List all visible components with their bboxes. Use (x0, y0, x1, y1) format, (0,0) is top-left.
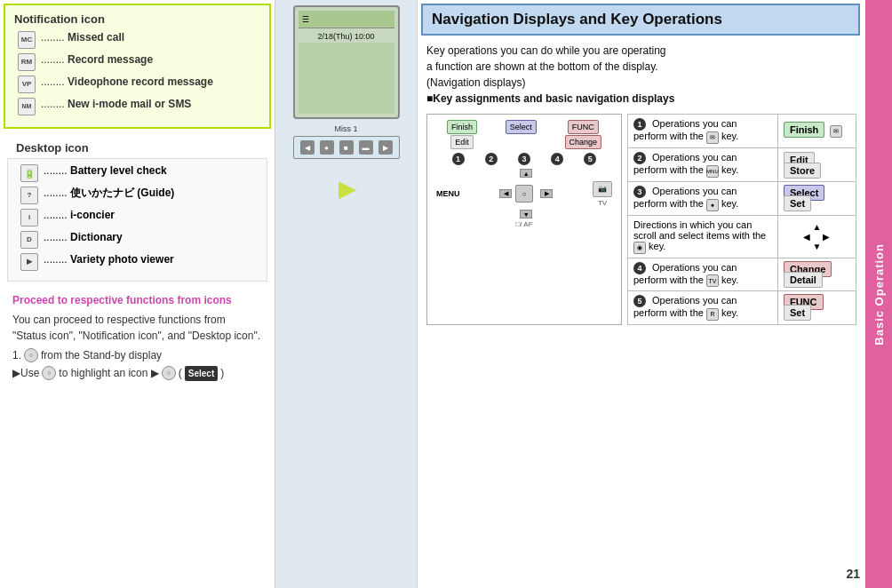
step1-line: 1. ○ from the Stand-by display (12, 347, 262, 363)
ops-desc-5: 5 Operations you can perform with the R … (628, 291, 778, 325)
camera-icon: 📷 (593, 181, 612, 197)
ops-text-3b: Directions in which you can scroll and s… (633, 219, 766, 241)
ph-icon-1: ◀ (300, 140, 315, 155)
right-panel: Navigation Displays and Key Operations K… (418, 0, 892, 588)
intro3: (Navigation displays) (426, 75, 851, 91)
key1-bottom: Edit (450, 135, 474, 149)
right-sidebar: Basic Operation (865, 0, 892, 588)
menu-label: MENU (436, 189, 460, 198)
list-item: MC ........ Missed call (14, 31, 260, 49)
desktop-icons-box: 🔋 ........ Battery level check ? .......… (7, 158, 267, 282)
notification-title: Notification icon (14, 12, 260, 26)
nav-title-bar: Navigation Displays and Key Operations (421, 4, 860, 36)
notification-list: MC ........ Missed call RM ........ Reco… (14, 31, 260, 115)
step2-icon: ○ (42, 366, 56, 380)
ops-text-3ab: key. (721, 198, 738, 209)
num4: 4 (551, 153, 563, 165)
battery-label: ........ Battery level check (44, 164, 167, 179)
dpad-left: ◀ (499, 189, 512, 198)
key1-group: Finish Edit (447, 120, 477, 149)
ops-text-1b: key. (721, 131, 738, 141)
ops-desc-3a: 3 Operations you can perform with the ● … (628, 182, 778, 216)
dpad-area: ▲ ▼ ◀ ▶ ○ (499, 169, 553, 219)
key-icon-1: ✉ (706, 131, 719, 144)
section-label: ■Key assignments and basic navigation di… (426, 91, 851, 107)
ops-row-5: 5 Operations you can perform with the R … (628, 291, 856, 325)
ops-result-1: Finish ✉ (777, 115, 856, 148)
list-item: NM ........ New i-mode mail or SMS (14, 98, 260, 115)
ph-icon-5: ▶ (378, 140, 393, 155)
key1-top: Finish (447, 120, 477, 134)
ops-text-2b: key. (721, 164, 738, 175)
key-icon-5: R (706, 308, 719, 321)
step2-prefix: ▶Use (12, 365, 39, 381)
nav-title: Navigation Displays and Key Operations (432, 11, 849, 28)
list-item: 🔋 ........ Battery level check (17, 164, 258, 182)
step2-select-icon: ○ (162, 366, 176, 380)
key3-group: FUNC Change (565, 120, 602, 149)
proceed-body: You can proceed to respective functions … (12, 312, 262, 344)
phone-menu-icon: ☰ (302, 15, 309, 24)
ph-icon-3: ■ (339, 140, 354, 155)
arr-left: ◀ (803, 232, 810, 242)
ops-result-5: FUNC Set (777, 291, 856, 325)
phone-screen-body (299, 43, 394, 114)
phone-date: 2/18(Thu) 10:00 (299, 30, 394, 43)
phone-screen: ☰ 2/18(Thu) 10:00 (293, 5, 400, 119)
ops-num-5: 5 (633, 295, 646, 307)
list-item: VP ........ Videophone record message (14, 75, 260, 93)
diag-middle: MENU ▲ ▼ ◀ ▶ ○ 📷 TV (433, 169, 616, 219)
guide-icon: ? (20, 187, 38, 204)
ops-result-4: Change Detail (777, 258, 856, 291)
key2-group: Select (506, 120, 537, 149)
result-detail: Detail (784, 272, 823, 288)
step1-number: 1. (12, 347, 21, 363)
list-item: ? ........ 使いかたナビ (Guide) (17, 187, 258, 204)
iconcier-icon: i (20, 209, 38, 226)
missed-call-icon: MC (18, 31, 36, 49)
new-mail-label: ........ New i-mode mail or SMS (41, 98, 191, 112)
num1: 1 (452, 153, 465, 165)
left-panel: Notification icon MC ........ Missed cal… (0, 0, 275, 588)
sidebar-text: Basic Operation (872, 243, 886, 346)
key3-top: FUNC (568, 120, 599, 134)
list-item: RM ........ Record message (14, 53, 260, 71)
record-msg-label: ........ Record message (41, 53, 153, 68)
notification-box: Notification icon MC ........ Missed cal… (4, 4, 271, 129)
ops-result-2: Edit Store (777, 148, 856, 182)
variety-icon: ▶ (20, 253, 38, 271)
result-finish: Finish (784, 122, 824, 138)
dictionary-icon: D (20, 231, 38, 249)
arrow-group: ▲ ◀ ▶ ▼ (784, 222, 850, 251)
ops-row-3a: 3 Operations you can perform with the ● … (628, 182, 856, 216)
phone-area: ☰ 2/18(Thu) 10:00 Miss 1 ◀ ● ■ ▬ ▶ ▶ (275, 0, 418, 588)
guide-label: ........ 使いかたナビ (Guide) (44, 187, 174, 201)
videophone-label: ........ Videophone record message (41, 75, 213, 90)
ops-result-3a: Select Set (777, 182, 856, 216)
miss-label: Miss 1 (334, 124, 357, 133)
desktop-title: Desktop icon (16, 141, 259, 155)
ops-row-4: 4 Operations you can perform with the TV… (628, 258, 856, 291)
ops-text-3bc: key. (649, 241, 665, 251)
ops-text-5b: key. (721, 307, 738, 318)
step2-middle: to highlight an icon ▶ (59, 365, 158, 381)
step1-icon: ○ (24, 348, 38, 362)
ops-row-2: 2 Operations you can perform with the MN… (628, 148, 856, 182)
page-number: 21 (846, 567, 860, 581)
ops-section: 1 Operations you can perform with the ✉ … (627, 114, 856, 325)
nav-diagram: Finish Edit Select FUNC Change 1 2 3 4 5 (426, 114, 622, 325)
phone-bottom-bar: ◀ ● ■ ▬ ▶ (293, 136, 400, 159)
key-icon-3a: ● (706, 199, 719, 211)
nav-intro: Key operations you can do while you are … (418, 39, 860, 110)
new-mail-icon: NM (18, 98, 36, 115)
missed-call-label: ........ Missed call (41, 31, 124, 45)
key2-top: Select (506, 120, 537, 134)
ph-icon-2: ● (320, 140, 334, 155)
diagram-and-ops: Finish Edit Select FUNC Change 1 2 3 4 5 (418, 110, 860, 329)
ph-icon-4: ▬ (359, 140, 373, 155)
phone-bottom-icons: ◀ ● ■ ▬ ▶ (298, 140, 395, 155)
list-item: i ........ i-concier (17, 209, 258, 226)
dpad-center: ○ (515, 185, 533, 203)
list-item: D ........ Dictionary (17, 231, 258, 249)
ops-desc-2: 2 Operations you can perform with the MN… (628, 148, 778, 182)
